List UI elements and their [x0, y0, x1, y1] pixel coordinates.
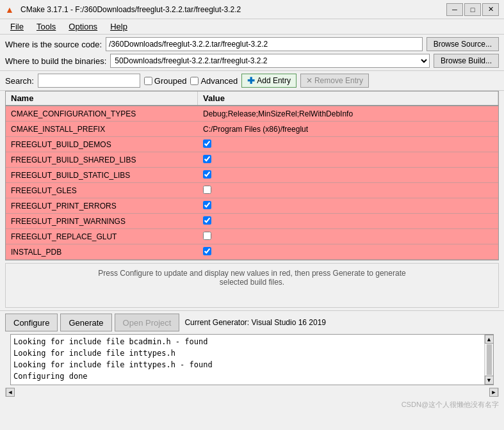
add-entry-button[interactable]: ✚ Add Entry [241, 74, 297, 88]
row-name-cell: FREEGLUT_BUILD_STATIC_LIBS [6, 170, 198, 181]
configure-button[interactable]: Configure [5, 314, 58, 331]
table-row[interactable]: FREEGLUT_REPLACE_GLUT [6, 229, 498, 244]
row-name-cell: FREEGLUT_PRINT_ERRORS [6, 200, 198, 212]
log-line: Looking for include file bcadmin.h - fou… [13, 336, 482, 347]
info-line2: selected build files. [11, 278, 493, 287]
button-bar: Configure Generate Open Project Current … [0, 310, 504, 334]
row-checkbox[interactable] [203, 139, 211, 148]
watermark-row: CSDN@这个人很懒他没有名字 [0, 399, 504, 410]
row-value-cell[interactable] [198, 138, 498, 151]
watermark: CSDN@这个人很懒他没有名字 [402, 401, 499, 408]
row-value-cell[interactable] [198, 184, 498, 197]
grouped-checkbox[interactable] [144, 77, 152, 85]
h-scroll-track [15, 388, 489, 397]
table-row[interactable]: FREEGLUT_BUILD_DEMOS [6, 137, 498, 152]
remove-entry-button[interactable]: ✕ Remove Entry [300, 74, 369, 88]
value-column-header: Value [198, 92, 498, 105]
close-button[interactable]: ✕ [482, 3, 499, 16]
row-name-cell: FREEGLUT_BUILD_SHARED_LIBS [6, 154, 198, 166]
horizontal-scrollbar[interactable]: ◄ ► [5, 388, 499, 397]
row-checkbox[interactable] [203, 216, 211, 225]
log-panel-wrapper: Looking for include file bcadmin.h - fou… [5, 334, 499, 385]
menu-file[interactable]: File [5, 20, 29, 33]
app-icon: ▲ [5, 4, 15, 15]
log-line: Configuring done [13, 370, 482, 382]
search-input[interactable] [38, 74, 140, 88]
build-dropdown[interactable]: 50Downloads/freeglut-3.2.2.tar/freeglut-… [110, 54, 430, 68]
minimize-button[interactable]: ─ [446, 3, 463, 16]
menu-bar: File Tools Options Help [0, 19, 504, 35]
window-title: CMake 3.17.1 - F:/360Downloads/freeglut-… [20, 5, 441, 14]
row-value-cell[interactable] [198, 215, 498, 228]
info-line1: Press Configure to update and display ne… [11, 269, 493, 278]
table-row[interactable]: FREEGLUT_BUILD_SHARED_LIBS [6, 152, 498, 168]
table-row[interactable]: CMAKE_INSTALL_PREFIXC:/Program Files (x8… [6, 122, 498, 137]
source-row: Where is the source code: Browse Source.… [5, 37, 499, 51]
cmake-table: Name Value CMAKE_CONFIGURATION_TYPESDebu… [5, 91, 499, 260]
browse-build-button[interactable]: Browse Build... [434, 54, 499, 68]
search-label: Search: [5, 76, 34, 86]
row-value-cell[interactable] [198, 246, 498, 259]
row-checkbox[interactable] [203, 201, 211, 209]
table-row[interactable]: FREEGLUT_PRINT_WARNINGS [6, 214, 498, 229]
table-row[interactable]: FREEGLUT_BUILD_STATIC_LIBS [6, 168, 498, 183]
name-column-header: Name [6, 92, 198, 105]
log-line: Looking for include file inttypes.h - fo… [13, 359, 482, 370]
row-value-cell[interactable] [198, 200, 498, 212]
scroll-down-arrow[interactable]: ▼ [485, 376, 494, 385]
title-bar: ▲ CMake 3.17.1 - F:/360Downloads/freeglu… [0, 0, 504, 19]
row-checkbox[interactable] [203, 232, 211, 240]
generator-label: Current Generator: Visual Studio 16 2019 [182, 318, 326, 327]
log-scrollbar[interactable]: ▲ ▼ [484, 335, 493, 385]
advanced-checkbox[interactable] [190, 77, 199, 85]
source-label: Where is the source code: [5, 40, 102, 49]
row-name-cell: FREEGLUT_PRINT_WARNINGS [6, 216, 198, 227]
row-name-cell: FREEGLUT_GLES [6, 185, 198, 196]
log-content: Looking for include file bcadmin.h - fou… [11, 335, 493, 385]
scroll-thumb[interactable] [487, 344, 492, 375]
row-value-cell[interactable] [198, 230, 498, 243]
source-input[interactable] [106, 37, 423, 51]
row-name-cell: CMAKE_CONFIGURATION_TYPES [6, 108, 198, 120]
generate-button[interactable]: Generate [60, 314, 111, 331]
menu-help[interactable]: Help [105, 20, 133, 33]
window-controls: ─ □ ✕ [446, 3, 499, 16]
row-name-cell: FREEGLUT_REPLACE_GLUT [6, 231, 198, 243]
table-row[interactable]: FREEGLUT_PRINT_ERRORS [6, 198, 498, 214]
table-row[interactable]: INSTALL_PDB [6, 244, 498, 260]
table-row[interactable]: CMAKE_CONFIGURATION_TYPESDebug;Release;M… [6, 106, 498, 122]
row-checkbox[interactable] [203, 186, 211, 194]
menu-tools[interactable]: Tools [31, 20, 61, 33]
log-panel: Looking for include file bcadmin.h - fou… [10, 334, 494, 385]
grouped-checkbox-label[interactable]: Grouped [144, 76, 187, 86]
h-scroll-right[interactable]: ► [489, 388, 498, 397]
build-row: Where to build the binaries: 50Downloads… [5, 54, 499, 68]
row-name-cell: FREEGLUT_BUILD_DEMOS [6, 139, 198, 150]
plus-icon: ✚ [247, 76, 255, 86]
menu-options[interactable]: Options [63, 20, 102, 33]
row-checkbox[interactable] [203, 247, 211, 255]
search-row: Search: Grouped Advanced ✚ Add Entry ✕ R… [0, 71, 504, 91]
browse-source-button[interactable]: Browse Source... [427, 37, 499, 51]
advanced-checkbox-label[interactable]: Advanced [190, 76, 238, 86]
row-value-cell[interactable] [198, 154, 498, 166]
source-build-toolbar: Where is the source code: Browse Source.… [0, 35, 504, 71]
maximize-button[interactable]: □ [464, 3, 481, 16]
row-value-cell: C:/Program Files (x86)/freeglut [198, 123, 498, 135]
row-value-cell[interactable] [198, 169, 498, 182]
remove-icon: ✕ [306, 76, 313, 85]
row-name-cell: CMAKE_INSTALL_PREFIX [6, 123, 198, 135]
table-header: Name Value [6, 92, 498, 106]
info-panel: Press Configure to update and display ne… [5, 263, 499, 308]
scroll-up-arrow[interactable]: ▲ [485, 335, 494, 344]
table-row[interactable]: FREEGLUT_GLES [6, 183, 498, 198]
build-label: Where to build the binaries: [5, 56, 106, 66]
open-project-button[interactable]: Open Project [115, 314, 180, 331]
log-line: Looking for include file inttypes.h [13, 347, 482, 359]
table-body: CMAKE_CONFIGURATION_TYPESDebug;Release;M… [6, 106, 498, 260]
row-name-cell: INSTALL_PDB [6, 246, 198, 258]
h-scroll-left[interactable]: ◄ [6, 388, 15, 397]
row-checkbox[interactable] [203, 155, 211, 163]
row-checkbox[interactable] [203, 170, 211, 179]
row-value-cell: Debug;Release;MinSizeRel;RelWithDebInfo [198, 108, 498, 120]
